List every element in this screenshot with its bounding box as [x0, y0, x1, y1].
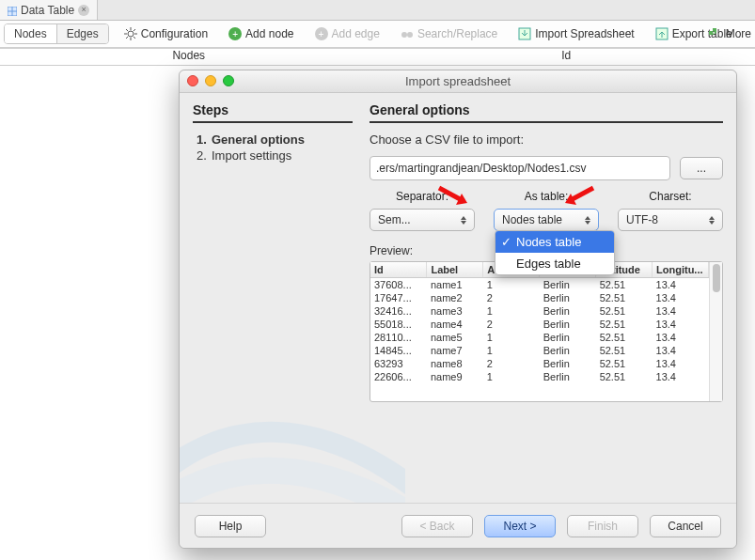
table-cell: 13.4 [653, 291, 709, 304]
astable-select[interactable]: Nodes table Nodes table Edges table [494, 209, 599, 231]
import-spreadsheet-label: Import Spreadsheet [535, 27, 634, 40]
modal-titlebar: Import spreadsheet [180, 70, 736, 93]
table-cell: name5 [427, 331, 483, 344]
table-cell: 2 [483, 318, 540, 331]
chevron-updown-icon [707, 213, 716, 226]
table-icon [8, 6, 17, 15]
backdrop-col-nodes: Nodes [0, 49, 378, 65]
configuration-label: Configuration [141, 27, 208, 40]
table-cell: 13.4 [653, 304, 709, 318]
table-row[interactable]: 32416...name31Berlin52.5113.4 [370, 304, 709, 318]
svg-line-9 [134, 37, 135, 39]
astable-label: As table: [525, 190, 569, 203]
scrollbar-thumb[interactable] [713, 264, 720, 292]
zoom-window-button[interactable] [223, 75, 234, 86]
table-cell: 52.51 [596, 304, 653, 318]
table-cell: 2 [483, 357, 540, 370]
table-row[interactable]: 22606...name91Berlin52.5113.4 [370, 370, 709, 383]
chevron-updown-icon [583, 213, 592, 226]
separator-select[interactable]: Sem... [370, 209, 475, 231]
help-button[interactable]: Help [195, 515, 266, 537]
window-controls [187, 75, 234, 86]
table-cell: 22606... [370, 370, 427, 383]
table-cell: Berlin [540, 344, 596, 357]
separator-value: Sem... [378, 213, 411, 226]
table-cell: 1 [483, 278, 540, 292]
more-label: More [726, 27, 751, 40]
plus-icon: + [315, 27, 328, 40]
table-row[interactable]: 63293name82Berlin52.5113.4 [370, 357, 709, 370]
table-cell: 52.51 [596, 357, 653, 370]
more-button[interactable]: More [707, 21, 751, 47]
browse-button[interactable]: ... [680, 157, 723, 179]
general-options-panel: General options Choose a CSV file to imp… [370, 102, 723, 503]
astable-value: Nodes table [502, 213, 562, 226]
file-path-input[interactable] [370, 156, 670, 180]
app-tabbar: Data Table × [0, 0, 755, 21]
table-cell: 55018... [370, 318, 427, 331]
table-cell: 28110... [370, 331, 427, 344]
segment-edges[interactable]: Edges [57, 24, 108, 43]
steps-header: Steps [193, 102, 353, 123]
choose-file-label: Choose a CSV file to import: [370, 132, 723, 147]
preview-table: IdLabelAttribu...CityLatitudeLongitu... … [370, 262, 709, 401]
table-cell: 52.51 [596, 370, 653, 383]
chevron-updown-icon [459, 213, 468, 226]
astable-option-nodes[interactable]: Nodes table [495, 231, 614, 253]
steps-list: 1.General options 2.Import settings [193, 132, 353, 163]
preview-col-header[interactable]: Id [370, 262, 427, 278]
close-icon[interactable]: × [78, 5, 89, 16]
table-row[interactable]: 14845...name71Berlin52.5113.4 [370, 344, 709, 357]
table-cell: name4 [427, 318, 483, 331]
table-cell: 37608... [370, 278, 427, 292]
add-node-button[interactable]: + Add node [221, 23, 301, 44]
spreadsheet-import-icon [518, 27, 531, 40]
finish-button: Finish [567, 515, 638, 537]
next-button[interactable]: Next > [484, 515, 556, 537]
preview-table-wrap: IdLabelAttribu...CityLatitudeLongitu... … [370, 261, 723, 402]
step-import-settings: 2.Import settings [197, 148, 353, 163]
preview-col-header[interactable]: Label [427, 262, 483, 278]
general-options-header: General options [370, 102, 723, 123]
table-cell: 1 [483, 370, 540, 383]
charset-select[interactable]: UTF-8 [618, 209, 723, 231]
charset-cell: Charset: UTF-8 [618, 190, 723, 231]
table-cell: 52.51 [596, 344, 653, 357]
configuration-button[interactable]: Configuration [117, 23, 215, 44]
close-window-button[interactable] [187, 75, 198, 86]
table-cell: 13.4 [653, 344, 709, 357]
tab-data-table[interactable]: Data Table × [0, 0, 98, 20]
table-cell: 17647... [370, 291, 427, 304]
table-cell: Berlin [540, 304, 596, 318]
astable-cell: As table: Nodes table Nodes table Edges … [494, 190, 599, 231]
cancel-button[interactable]: Cancel [650, 515, 721, 537]
separator-cell: Separator: Sem... [370, 190, 475, 231]
table-cell: 1 [483, 344, 540, 357]
preview-scrollbar[interactable] [709, 262, 722, 401]
table-row[interactable]: 55018...name42Berlin52.5113.4 [370, 318, 709, 331]
back-button: < Back [401, 515, 473, 537]
table-cell: Berlin [540, 331, 596, 344]
astable-dropdown: Nodes table Edges table [495, 230, 615, 275]
table-cell: 13.4 [653, 357, 709, 370]
segment-nodes[interactable]: Nodes [5, 24, 57, 43]
preview-col-header[interactable]: Longitu... [653, 262, 709, 278]
svg-line-8 [126, 29, 128, 31]
table-row[interactable]: 17647...name22Berlin52.5113.4 [370, 291, 709, 304]
table-cell: 1 [483, 304, 540, 318]
svg-point-13 [407, 32, 413, 38]
modal-footer: Help < Back Next > Finish Cancel [180, 503, 736, 548]
table-cell: name9 [427, 370, 483, 383]
minimize-window-button[interactable] [205, 75, 216, 86]
table-row[interactable]: 28110...name51Berlin52.5113.4 [370, 331, 709, 344]
astable-option-edges[interactable]: Edges table [495, 253, 614, 274]
spreadsheet-export-icon [655, 27, 668, 40]
table-row[interactable]: 37608...name11Berlin52.5113.4 [370, 278, 709, 292]
table-cell: 13.4 [653, 370, 709, 383]
add-edge-label: Add edge [332, 27, 380, 40]
svg-line-10 [134, 29, 135, 31]
table-cell: Berlin [540, 318, 596, 331]
import-spreadsheet-button[interactable]: Import Spreadsheet [511, 23, 641, 44]
svg-point-12 [401, 32, 407, 38]
table-cell: name7 [427, 344, 483, 357]
